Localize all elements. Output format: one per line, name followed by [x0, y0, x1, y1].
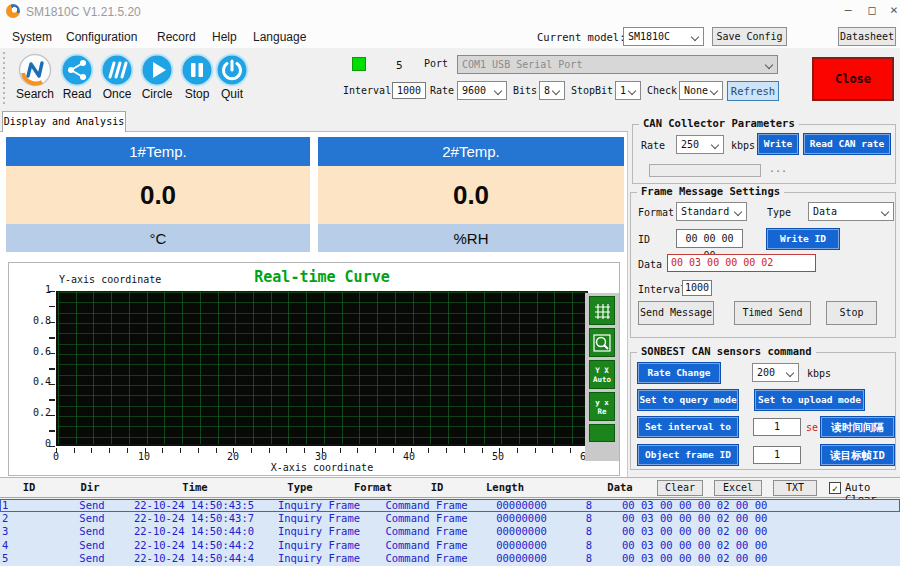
- auto-scale-line2: Auto: [593, 375, 611, 384]
- cell-format: Command Frame: [374, 539, 479, 552]
- menu-item-language[interactable]: Language: [253, 30, 306, 44]
- x-axis-label: X-axis coordinate: [56, 462, 588, 473]
- app-window: SM1810C V1.21.5.20 — □ × System Configur…: [0, 0, 900, 566]
- gauge-1: 1#Temp. 0.0 °C: [6, 137, 310, 252]
- port-select[interactable]: COM1 USB Serial Port: [457, 55, 778, 74]
- minimize-button[interactable]: —: [838, 3, 858, 18]
- table-row[interactable]: 3Send22-10-24 14:50:44:0Inquiry FrameCom…: [0, 525, 900, 538]
- cell-length: 8: [564, 552, 614, 565]
- read-frame-button[interactable]: 读目标帧ID: [821, 445, 894, 465]
- menu-item-system[interactable]: System: [12, 30, 52, 44]
- current-model-select[interactable]: SM1810C: [623, 27, 704, 46]
- interval-input[interactable]: 1000: [392, 82, 426, 99]
- search-label: Search: [16, 87, 54, 101]
- frame-id-input[interactable]: 00 00 00 00: [676, 229, 743, 248]
- check-select[interactable]: None: [679, 81, 723, 100]
- zoom-tool-button[interactable]: [589, 328, 615, 357]
- circle-button[interactable]: Circle: [135, 53, 179, 101]
- log-col-time: Time: [160, 481, 230, 493]
- rate-change-button[interactable]: Rate Change: [638, 363, 720, 383]
- object-frame-input[interactable]: 1: [753, 446, 801, 464]
- cell-id2: 00000000: [479, 512, 564, 525]
- sonbest-rate-select[interactable]: 200: [752, 363, 799, 382]
- reset-scale-line1: y x: [595, 398, 609, 407]
- log-col-data: Data: [595, 481, 645, 493]
- datasheet-button[interactable]: Datasheet: [838, 27, 896, 46]
- cell-data: 00 03 00 00 00 02 00 00: [614, 512, 900, 525]
- search-icon: [18, 53, 52, 87]
- cell-dir: Send: [60, 525, 124, 538]
- current-model-label: Current model:: [537, 31, 626, 43]
- gauge-2-title: 2#Temp.: [318, 137, 624, 166]
- table-row[interactable]: 2Send22-10-24 14:50:43:7Inquiry FrameCom…: [0, 512, 900, 525]
- menu-item-configuration[interactable]: Configuration: [66, 30, 137, 44]
- baud-rate-select[interactable]: 9600: [457, 81, 507, 100]
- auto-clear-checkbox[interactable]: ✓: [829, 482, 841, 494]
- cell-id2: 00000000: [479, 525, 564, 538]
- cell-id2: 00000000: [479, 539, 564, 552]
- frame-interval-input[interactable]: 1000: [682, 280, 712, 296]
- cell-type: Inquiry Frame: [264, 512, 374, 525]
- read-can-rate-button[interactable]: Read CAN rate: [804, 134, 890, 154]
- once-button[interactable]: Once: [95, 53, 139, 101]
- set-interval-button[interactable]: Set interval to: [638, 417, 738, 437]
- query-mode-button[interactable]: Set to query mode: [638, 390, 738, 410]
- bits-select[interactable]: 8: [539, 81, 565, 100]
- gauge-1-unit: °C: [6, 224, 310, 252]
- toolbar-grip[interactable]: [3, 52, 5, 104]
- write-id-button[interactable]: Write ID: [767, 229, 839, 249]
- object-frame-button[interactable]: Object frame ID: [638, 445, 738, 465]
- cell-format: Command Frame: [374, 552, 479, 565]
- interval-label: Interval: [343, 85, 391, 96]
- chart-toolstrip: Y X Auto y x Re: [585, 293, 619, 461]
- send-message-button[interactable]: Send Message: [638, 301, 714, 325]
- txt-button[interactable]: TXT: [773, 480, 817, 496]
- table-row[interactable]: 4Send22-10-24 14:50:44:2Inquiry FrameCom…: [0, 539, 900, 552]
- window-close-button[interactable]: ×: [884, 3, 900, 18]
- cell-dir: Send: [60, 512, 124, 525]
- table-row[interactable]: 5Send22-10-24 14:50:44:4Inquiry FrameCom…: [0, 552, 900, 565]
- save-config-button[interactable]: Save Config: [712, 27, 787, 46]
- format-select[interactable]: Standard: [676, 202, 747, 221]
- grid-tool-button[interactable]: [589, 296, 615, 325]
- frame-settings-title: Frame Message Settings: [637, 185, 784, 197]
- stopbit-select[interactable]: 1: [615, 81, 641, 100]
- sonbest-interval-input[interactable]: 1: [753, 418, 801, 436]
- cell-id: 3: [0, 525, 60, 538]
- close-serial-button[interactable]: Close: [812, 57, 894, 101]
- upload-mode-button[interactable]: Set to upload mode: [755, 390, 864, 410]
- auto-scale-button[interactable]: Y X Auto: [589, 360, 615, 389]
- write-can-rate-button[interactable]: Write: [758, 134, 798, 154]
- tab-display-analysis[interactable]: Display and Analysis: [2, 111, 126, 132]
- type-select[interactable]: Data: [808, 202, 894, 221]
- menu-item-record[interactable]: Record: [157, 30, 196, 44]
- reset-scale-button[interactable]: y x Re: [589, 392, 615, 421]
- clear-button[interactable]: Clear: [657, 480, 703, 496]
- read-button[interactable]: Read: [55, 53, 99, 101]
- maximize-button[interactable]: □: [862, 3, 882, 18]
- pan-tool-button[interactable]: [589, 424, 615, 442]
- gauge-1-title: 1#Temp.: [6, 137, 310, 166]
- sonbest-rate-unit: kbps: [807, 368, 831, 379]
- table-row[interactable]: 1Send22-10-24 14:50:43:5Inquiry FrameCom…: [0, 499, 900, 512]
- excel-button[interactable]: Excel: [714, 480, 762, 496]
- gauge-2-value: 0.0: [318, 166, 624, 224]
- x-tick-label: 50: [483, 451, 513, 462]
- search-button[interactable]: Search: [13, 53, 57, 101]
- read-interval-button[interactable]: 读时间间隔: [821, 417, 894, 437]
- menu-item-help[interactable]: Help: [212, 30, 237, 44]
- x-tick-label: 30: [306, 451, 336, 462]
- gauge-2-unit: %RH: [318, 224, 624, 252]
- cell-data: 00 03 00 00 00 02 00 00: [614, 525, 900, 538]
- cell-type: Inquiry Frame: [264, 539, 374, 552]
- quit-button[interactable]: Quit: [210, 53, 254, 101]
- chart-title: Real-time Curve: [56, 268, 588, 286]
- refresh-button[interactable]: Refresh: [727, 81, 779, 101]
- port-label: Port: [424, 58, 448, 69]
- timed-send-button[interactable]: Timed Send: [734, 301, 811, 325]
- frame-data-input[interactable]: 00 03 00 00 00 02: [667, 254, 816, 272]
- log-col-id: ID: [14, 481, 44, 493]
- stop-send-button[interactable]: Stop: [826, 301, 877, 325]
- magnifier-icon: [591, 332, 613, 354]
- can-rate-select[interactable]: 250: [676, 135, 724, 154]
